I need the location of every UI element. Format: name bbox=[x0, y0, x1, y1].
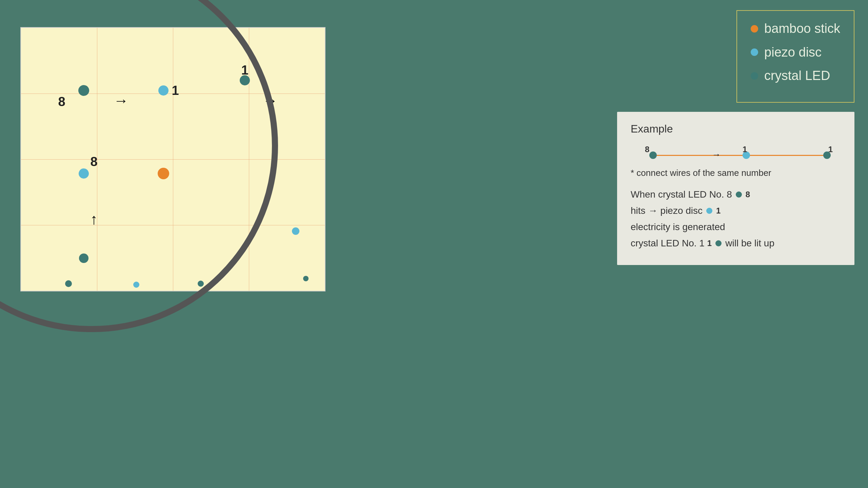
bamboo-dot bbox=[751, 25, 758, 33]
wire-arrow: → bbox=[712, 149, 721, 160]
exp-electricity: electricity is generated bbox=[631, 222, 725, 232]
legend-item-crystal: crystal LED bbox=[751, 68, 840, 84]
exp-lit-text: will be lit up bbox=[725, 238, 774, 249]
label-1-mid: 1 bbox=[172, 83, 179, 98]
dot-teal-bot3 bbox=[303, 276, 309, 281]
piezo-dot bbox=[751, 48, 758, 56]
explanation-line2: hits → piezo disc 1 bbox=[631, 205, 841, 216]
legend-item-piezo: piezo disc bbox=[751, 45, 840, 60]
dot-orange-mid bbox=[158, 168, 169, 179]
explanation-line3: electricity is generated bbox=[631, 222, 841, 232]
explanation-line1: When crystal LED No. 8 8 bbox=[631, 189, 841, 200]
exp-dot-teal-1 bbox=[715, 240, 722, 246]
grid-line-v2 bbox=[173, 28, 173, 291]
wire-label-8: 8 bbox=[645, 145, 649, 154]
arrow-up: ↑ bbox=[90, 211, 98, 228]
wire-label-1-right: 1 bbox=[828, 145, 833, 154]
legend-panel: bamboo stick piezo disc crystal LED bbox=[736, 10, 854, 103]
exp-crystal-text: crystal LED No. 1 bbox=[631, 238, 705, 249]
exp-dot-teal-8 bbox=[736, 191, 742, 198]
exp-dot-blue-1 bbox=[706, 208, 712, 214]
dot-blue-mid-left bbox=[79, 168, 89, 179]
dot-teal-bottom bbox=[79, 253, 88, 263]
example-panel: Example 8 → 1 1 * connect wires of the s… bbox=[617, 112, 854, 265]
exp-num-1b: 1 bbox=[707, 239, 712, 248]
wire-line bbox=[649, 155, 831, 156]
example-title: Example bbox=[631, 123, 841, 135]
exp-num-1: 1 bbox=[716, 206, 721, 216]
label-1-top-right: 1 bbox=[241, 63, 248, 78]
wire-label-1-mid: 1 bbox=[743, 145, 747, 154]
dot-teal-bottom2 bbox=[65, 280, 72, 287]
exp-arrow: → bbox=[648, 205, 658, 216]
connect-note: * connect wires of the same number bbox=[631, 168, 841, 178]
exp-num-8: 8 bbox=[746, 190, 750, 199]
dot-teal-bot2 bbox=[198, 281, 204, 287]
crystal-label: crystal LED bbox=[764, 68, 830, 84]
wire-dot-left bbox=[649, 151, 657, 159]
crystal-dot bbox=[751, 72, 758, 80]
wire-diagram: 8 → 1 1 bbox=[631, 145, 841, 165]
legend-item-bamboo: bamboo stick bbox=[751, 21, 840, 37]
explanation-line4: crystal LED No. 1 1 will be lit up bbox=[631, 238, 841, 249]
label-8-mid: 8 bbox=[90, 155, 97, 169]
dot-blue-bottom bbox=[133, 282, 139, 288]
label-8-top: 8 bbox=[58, 95, 65, 109]
arrow-right-mid: → bbox=[263, 92, 278, 109]
dot-blue-top-mid bbox=[158, 85, 169, 96]
grid-line-v3 bbox=[249, 28, 249, 291]
exp-text1: When crystal LED No. 8 bbox=[631, 189, 732, 200]
bamboo-label: bamboo stick bbox=[764, 21, 840, 37]
dot-blue-right bbox=[292, 227, 299, 235]
dot-teal-top-left bbox=[78, 85, 89, 96]
exp-piezo-text: piezo disc bbox=[660, 205, 703, 216]
arrow-right-top: → bbox=[114, 92, 129, 109]
game-board: 8 1 1 8 → → ↑ bbox=[20, 27, 326, 291]
piezo-label: piezo disc bbox=[764, 45, 822, 60]
exp-hits: hits bbox=[631, 205, 646, 216]
